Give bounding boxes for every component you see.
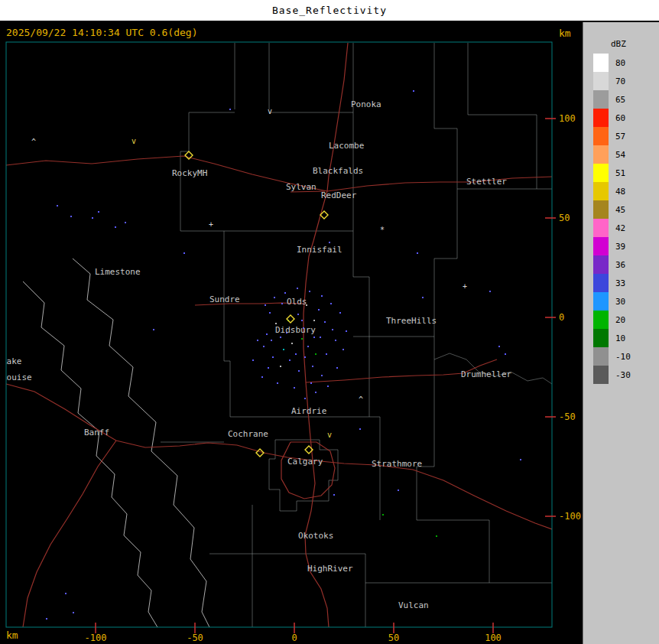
- precip-dot: [125, 222, 126, 223]
- map-symbol-icon: +: [463, 282, 467, 291]
- precip-dot: [321, 375, 323, 376]
- precip-dot: [417, 252, 418, 254]
- legend-row: 60: [593, 109, 659, 127]
- precip-dot: [398, 490, 399, 491]
- legend-row: 51: [593, 164, 659, 182]
- precip-dot: [301, 320, 303, 321]
- map-symbol-icon: *: [380, 226, 385, 234]
- precip-dot: [266, 333, 268, 335]
- precip-dot: [274, 297, 275, 298]
- axis-tick-label: -100: [559, 511, 581, 522]
- axis-tick-label: 100: [485, 633, 502, 643]
- precip-dot: [422, 297, 424, 298]
- precip-dot: [489, 291, 491, 292]
- precip-dot: [268, 367, 269, 369]
- precip-dot: [505, 353, 506, 355]
- city-label: Innisfail: [297, 245, 342, 255]
- precip-dot: [333, 494, 335, 496]
- city-label: Cochrane: [228, 429, 268, 439]
- legend-row: 57: [593, 127, 659, 145]
- legend-panel: dBZ 80706560575451484542393633302010-10-…: [583, 22, 659, 644]
- radar-map[interactable]: PonokaLacombeBlackfaldsSylvanRedDeerStet…: [0, 0, 583, 644]
- precip-dot: [291, 343, 293, 344]
- legend-swatch: [593, 182, 609, 200]
- precip-dot: [65, 593, 67, 594]
- precip-dot: [252, 359, 254, 361]
- city-label: HighRiver: [307, 564, 353, 574]
- precip-dot: [271, 340, 272, 341]
- legend-value: 54: [615, 150, 625, 160]
- radar-display[interactable]: PonokaLacombeBlackfaldsSylvanRedDeerStet…: [0, 0, 583, 644]
- legend-row: 10: [593, 329, 659, 347]
- city-label: Ponoka: [351, 99, 381, 109]
- precip-dot: [289, 359, 291, 361]
- city-label: Banff: [84, 428, 109, 437]
- legend-row: 39: [593, 237, 659, 255]
- precip-dot: [301, 338, 303, 340]
- city-label: Vulcan: [398, 600, 429, 610]
- legend-row: 30: [593, 292, 659, 311]
- precip-dot: [281, 303, 283, 304]
- city-label: Blackfalds: [313, 166, 363, 176]
- boundary-line: [434, 353, 552, 384]
- precip-dot: [257, 340, 258, 341]
- precip-dot: [229, 109, 231, 110]
- precip-dot: [342, 349, 344, 350]
- legend-value: 33: [615, 278, 625, 288]
- highways: [6, 43, 552, 627]
- legend-value: 45: [615, 205, 625, 215]
- legend-swatch: [593, 219, 609, 237]
- precip-dot: [280, 337, 281, 338]
- precip-dot: [73, 612, 74, 613]
- city-label: ThreeHills: [386, 316, 437, 326]
- precip-dot: [275, 323, 277, 324]
- legend-value: 70: [615, 76, 625, 86]
- city-label: Limestone: [95, 267, 141, 277]
- axis-tick-label: 0: [291, 633, 297, 643]
- precip-dot: [265, 304, 266, 306]
- precip-dot: [283, 349, 284, 350]
- precip-dot: [326, 353, 327, 355]
- legend-row: 33: [593, 274, 659, 292]
- legend-value: 65: [615, 95, 625, 105]
- legend-value: 60: [615, 113, 625, 123]
- precip-dot: [413, 90, 414, 92]
- legend-value: 39: [615, 242, 625, 252]
- city-label: Lacombe: [329, 141, 364, 151]
- boundary-line: [224, 231, 230, 417]
- legend-row: 70: [593, 72, 659, 90]
- axis-tick-label: -50: [559, 411, 576, 422]
- precip-dot: [359, 428, 361, 430]
- legend-value: 48: [615, 187, 625, 197]
- legend-swatch: [593, 255, 609, 274]
- legend-row: 42: [593, 219, 659, 237]
- precip-dot: [329, 242, 330, 243]
- axis-tick-label: 50: [559, 213, 570, 223]
- city-label: Airdrie: [291, 406, 326, 416]
- map-symbol-icon: +: [209, 220, 213, 229]
- legend-swatch: [593, 347, 609, 366]
- precip-dot: [98, 211, 99, 213]
- precip-dot: [294, 387, 295, 389]
- map-symbol-icon: ^: [359, 395, 363, 404]
- precip-dot: [284, 292, 286, 294]
- precip-dot: [318, 309, 320, 311]
- legend-value: 20: [615, 315, 625, 325]
- boundary-line: [434, 189, 457, 359]
- precip-dot: [324, 321, 326, 323]
- precip-dot: [46, 618, 47, 620]
- county-boundaries: [23, 43, 552, 627]
- boundary-line: [269, 440, 338, 511]
- legend-scale: 80706560575451484542393633302010-10-30: [593, 54, 659, 384]
- precip-dot: [332, 329, 333, 330]
- precip-dot: [307, 346, 309, 347]
- map-symbol-icon: ^: [31, 138, 36, 146]
- precip-dot: [346, 330, 347, 332]
- precip-dot: [295, 353, 297, 355]
- boundary-line: [417, 520, 489, 583]
- precip-dot: [315, 353, 317, 355]
- city-label: Strathmore: [372, 459, 422, 469]
- precip-dot: [336, 367, 338, 369]
- legend-swatch: [593, 274, 609, 292]
- legend-swatch: [593, 145, 609, 164]
